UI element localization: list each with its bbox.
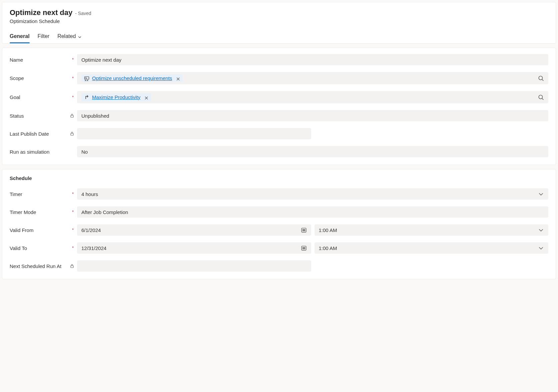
- valid-from-time-value: 1:00 AM: [319, 227, 536, 233]
- label-status: Status: [10, 113, 24, 119]
- timer-value: 4 hours: [81, 191, 535, 197]
- lock-icon: [70, 264, 74, 268]
- required-indicator: *: [72, 228, 74, 232]
- svg-point-15: [304, 229, 304, 230]
- chevron-down-icon: [538, 245, 544, 251]
- valid-from-date-input[interactable]: 6/1/2024: [77, 224, 311, 236]
- row-timer: Timer * 4 hours: [10, 188, 548, 200]
- svg-point-19: [305, 230, 305, 231]
- row-last-publish-date: Last Publish Date: [10, 128, 548, 139]
- svg-rect-12: [71, 133, 73, 135]
- valid-from-date-value: 6/1/2024: [81, 227, 298, 233]
- row-status: Status Unpublished: [10, 110, 548, 121]
- next-scheduled-run-at-field: [77, 260, 311, 272]
- svg-line-6: [542, 79, 543, 81]
- status-field: Unpublished: [77, 110, 548, 121]
- goal-tag: Maximize Productivity: [81, 93, 151, 101]
- scope-tag: Optimize unscheduled requirements: [81, 74, 183, 82]
- svg-point-26: [305, 248, 305, 249]
- timer-mode-value: After Job Completion: [81, 209, 544, 215]
- lock-icon: [70, 113, 74, 118]
- svg-point-16: [305, 229, 305, 230]
- timer-mode-select[interactable]: After Job Completion: [77, 206, 548, 218]
- timer-select[interactable]: 4 hours: [77, 188, 548, 200]
- svg-rect-11: [71, 115, 73, 117]
- chevron-down-icon: [538, 227, 544, 233]
- required-indicator: *: [72, 95, 74, 100]
- schedule-section-title: Schedule: [10, 175, 548, 181]
- valid-from-time-select[interactable]: 1:00 AM: [315, 224, 549, 236]
- row-run-as-simulation: Run as simulation No: [10, 146, 548, 157]
- label-scope: Scope: [10, 75, 24, 81]
- valid-to-time-select[interactable]: 1:00 AM: [315, 242, 549, 254]
- svg-point-21: [303, 247, 303, 248]
- page-title: Optimize next day: [10, 8, 72, 17]
- valid-to-date-value: 12/31/2024: [81, 245, 298, 251]
- calendar-icon[interactable]: [301, 227, 307, 233]
- valid-to-date-input[interactable]: 12/31/2024: [77, 242, 311, 254]
- svg-point-5: [539, 76, 542, 80]
- row-scope: Scope * Optimize unscheduled requirement…: [10, 72, 548, 84]
- lock-icon: [70, 131, 74, 136]
- calendar-icon[interactable]: [301, 245, 307, 251]
- tab-label: General: [10, 33, 30, 39]
- goal-lookup[interactable]: Maximize Productivity: [77, 91, 548, 103]
- svg-point-24: [303, 248, 303, 249]
- saved-status: - Saved: [75, 11, 91, 16]
- tab-label: Related: [57, 33, 76, 39]
- label-name: Name: [10, 57, 23, 63]
- scope-lookup[interactable]: Optimize unscheduled requirements: [77, 72, 548, 84]
- required-indicator: *: [72, 57, 74, 62]
- svg-point-17: [303, 230, 303, 231]
- label-timer: Timer: [10, 191, 22, 197]
- tab-filter[interactable]: Filter: [38, 32, 50, 43]
- tab-bar: General Filter Related: [10, 32, 548, 43]
- name-value: Optimize next day: [81, 57, 544, 63]
- svg-rect-27: [71, 266, 73, 268]
- scope-link[interactable]: Optimize unscheduled requirements: [92, 75, 172, 81]
- label-timer-mode: Timer Mode: [10, 209, 36, 215]
- search-icon[interactable]: [538, 94, 544, 100]
- required-indicator: *: [72, 246, 74, 250]
- row-valid-from: Valid From * 6/1/2024 1:00 AM: [10, 224, 548, 236]
- schedule-section: Schedule Timer * 4 hours Timer Mode * Af…: [2, 169, 556, 279]
- label-run-as-simulation: Run as simulation: [10, 149, 49, 155]
- tab-general[interactable]: General: [10, 32, 30, 43]
- row-name: Name * Optimize next day: [10, 54, 548, 65]
- header-card: Optimize next day - Saved Optimization S…: [2, 2, 556, 44]
- tab-related[interactable]: Related: [57, 32, 82, 43]
- label-goal: Goal: [10, 94, 20, 100]
- svg-point-9: [539, 95, 542, 99]
- svg-point-25: [304, 248, 304, 249]
- goal-link[interactable]: Maximize Productivity: [92, 94, 140, 100]
- svg-rect-20: [302, 246, 306, 250]
- status-value: Unpublished: [81, 113, 544, 119]
- name-input[interactable]: Optimize next day: [77, 54, 548, 65]
- scope-entity-icon: [84, 76, 89, 81]
- general-section: Name * Optimize next day Scope *: [2, 48, 556, 165]
- row-goal: Goal * Maximize Productivity: [10, 91, 548, 103]
- run-as-simulation-field[interactable]: No: [77, 146, 548, 157]
- entity-subtitle: Optimization Schedule: [10, 18, 548, 24]
- chevron-down-icon: [78, 34, 82, 38]
- tab-label: Filter: [38, 33, 50, 39]
- svg-rect-0: [85, 77, 89, 79]
- search-icon[interactable]: [538, 75, 544, 81]
- last-publish-date-field: [77, 128, 311, 139]
- svg-point-14: [303, 229, 303, 230]
- label-valid-from: Valid From: [10, 227, 33, 233]
- goal-clear-button[interactable]: [144, 95, 148, 99]
- row-timer-mode: Timer Mode * After Job Completion: [10, 206, 548, 218]
- row-valid-to: Valid To * 12/31/2024 1:00 AM: [10, 242, 548, 254]
- chevron-down-icon: [538, 191, 544, 197]
- required-indicator: *: [72, 210, 74, 214]
- valid-to-time-value: 1:00 AM: [319, 245, 536, 251]
- required-indicator: *: [72, 76, 74, 81]
- scope-clear-button[interactable]: [176, 76, 180, 80]
- svg-point-23: [305, 247, 305, 248]
- run-as-simulation-value: No: [81, 149, 544, 155]
- label-next-scheduled-run-at: Next Scheduled Run At: [10, 263, 61, 269]
- goal-entity-icon: [84, 95, 89, 100]
- svg-point-18: [304, 230, 304, 231]
- row-next-scheduled-run-at: Next Scheduled Run At: [10, 260, 548, 272]
